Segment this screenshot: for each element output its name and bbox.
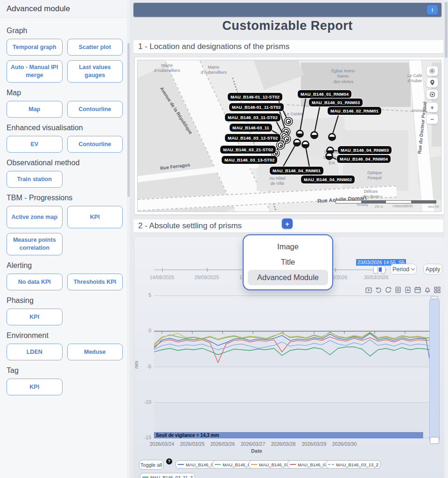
data-view-icon[interactable] bbox=[394, 286, 402, 294]
map-canvas[interactable]: Mairie d'Aubervilliers Mairie d'Aubervil… bbox=[137, 60, 441, 212]
target-marker[interactable] bbox=[296, 130, 304, 138]
timeline-date-label: 14/08/2025 bbox=[143, 274, 181, 280]
timeline-tick bbox=[335, 268, 336, 272]
sidebar-btn-meduse[interactable]: Meduse bbox=[67, 344, 123, 360]
sidebar-btn-no-data-kpi[interactable]: No data KPI bbox=[7, 274, 63, 290]
prism-marker[interactable] bbox=[284, 136, 289, 142]
menu-item-advanced-module[interactable]: Advanced Module bbox=[248, 270, 328, 285]
prism-label: MAU_B146_03_11-ST02 bbox=[225, 113, 280, 121]
y-axis-title: mm bbox=[134, 361, 139, 369]
prism-label: MAU_B146_03_13-ST02 bbox=[222, 156, 277, 164]
refresh-icon[interactable] bbox=[385, 286, 392, 294]
sidebar-section-graph: Graph bbox=[7, 27, 123, 35]
target-marker[interactable] bbox=[328, 133, 336, 141]
vertical-datazoom-top-handle[interactable] bbox=[431, 296, 438, 299]
target-marker[interactable] bbox=[310, 131, 318, 139]
sidebar-section-observational-method: Observational method bbox=[7, 159, 123, 167]
legend-help-badge[interactable]: ? bbox=[166, 458, 172, 464]
map-connector-lines bbox=[138, 60, 441, 212]
data-zoom-icon[interactable] bbox=[365, 286, 372, 294]
legend-chip-label: MAU_B146_03_21_Z bbox=[150, 475, 193, 478]
prism-marker[interactable] bbox=[286, 119, 291, 124]
sidebar-btn-temporal-graph[interactable]: Temporal graph bbox=[7, 39, 63, 56]
sidebar-btn-phasing-kpi[interactable]: KPI bbox=[7, 309, 63, 325]
prism-label: MAU_B146_01_RNM03 bbox=[309, 98, 363, 106]
y-tick-label: -5 bbox=[139, 364, 151, 369]
sidebar-btn-ev[interactable]: EV bbox=[7, 136, 63, 153]
menu-item-title[interactable]: Title bbox=[248, 254, 328, 270]
sidebar-section-environment: Environment bbox=[7, 331, 123, 340]
chevron-down-icon bbox=[411, 267, 415, 270]
target-marker[interactable] bbox=[293, 139, 301, 147]
prism-marker[interactable] bbox=[278, 142, 283, 148]
sidebar-scrollbar-thumb[interactable] bbox=[127, 43, 130, 197]
sidebar-btn-active-zone-map[interactable]: Active zone map bbox=[7, 206, 63, 228]
magic-grid-icon[interactable] bbox=[434, 286, 441, 294]
sidebar-btn-lden[interactable]: LDEN bbox=[7, 344, 63, 360]
chart-toolbar bbox=[365, 286, 441, 294]
target-marker[interactable] bbox=[301, 141, 309, 148]
sidebar-btn-auto-manual-ipi-merge[interactable]: Auto - Manual IPI merge bbox=[7, 60, 63, 83]
page-title: Customizable Report bbox=[133, 19, 441, 33]
prism-label: MAU_B146-01_11-ST02 bbox=[229, 103, 284, 111]
legend-chip[interactable]: MAU_B146_03_21_Z bbox=[140, 473, 195, 478]
y-tick-label: -10 bbox=[139, 399, 151, 405]
timeline-tick bbox=[207, 268, 208, 272]
page-scrollbar-thumb[interactable] bbox=[445, 2, 448, 58]
timeline-handle-left[interactable] bbox=[373, 266, 378, 274]
sidebar-btn-thresholds-kpi[interactable]: Thresholds KPI bbox=[67, 274, 123, 290]
period-select-label: Period bbox=[392, 266, 409, 273]
map-settings-button[interactable] bbox=[426, 66, 438, 76]
sidebar-btn-map[interactable]: Map bbox=[7, 101, 63, 118]
y-tick-label: 0 bbox=[139, 328, 151, 333]
menu-item-image[interactable]: Image bbox=[248, 239, 328, 254]
calendar-icon[interactable] bbox=[414, 286, 421, 294]
add-widget-button[interactable]: + bbox=[282, 218, 293, 229]
sidebar-btn-scatter-plot[interactable]: Scatter plot bbox=[67, 39, 123, 56]
prism-label: MAU_B146_02_RNM01 bbox=[328, 107, 381, 115]
prism-label: MAU_B146-01_12-ST02 bbox=[228, 93, 282, 101]
timeline-tick bbox=[162, 268, 163, 272]
page-scrollbar-track[interactable] bbox=[444, 0, 448, 478]
sidebar-btn-ev-contourline[interactable]: Contourline bbox=[67, 136, 123, 153]
series-swatch bbox=[142, 477, 148, 478]
map-center-button[interactable] bbox=[426, 89, 438, 99]
legend-chip[interactable]: MAU_B146_03_13_Z bbox=[326, 460, 381, 469]
prism-label: MAU_B146_03_21-ST02 bbox=[220, 146, 276, 154]
app-window: Advanced module Graph Temporal graph Sca… bbox=[0, 0, 448, 478]
vertical-datazoom-bottom-handle[interactable] bbox=[430, 437, 439, 444]
map-zoom-out-button[interactable]: − bbox=[426, 114, 438, 124]
timeline-date-label: 30/03/2026 bbox=[357, 274, 395, 280]
save-image-icon[interactable] bbox=[404, 286, 412, 294]
prism-label: MAU_B146_03_12-ST02 bbox=[225, 134, 280, 142]
threshold-label: Seuil de vigilance = 14,3 mm bbox=[156, 433, 219, 438]
sidebar-btn-measure-points-correlation[interactable]: Measure points correlation bbox=[7, 233, 63, 255]
sidebar-btn-contourline[interactable]: Contourline bbox=[67, 101, 123, 118]
period-select[interactable]: Period bbox=[390, 264, 417, 274]
sidebar-btn-tag-kpi[interactable]: KPI bbox=[7, 379, 63, 395]
alarm-bell-icon[interactable] bbox=[424, 286, 431, 294]
map-zoom-in-button[interactable]: + bbox=[426, 102, 438, 112]
prism-label: MAU_B146_04_RNM01 bbox=[270, 167, 323, 175]
section-2-title: 2 - Absolute settling of prisms bbox=[138, 221, 242, 231]
sidebar-btn-last-values-gauges[interactable]: Last values gauges bbox=[67, 60, 123, 83]
sidebar-btn-tbm-kpi[interactable]: KPI bbox=[67, 206, 123, 228]
sidebar: Advanced module Graph Temporal graph Sca… bbox=[0, 0, 131, 478]
sidebar-section-phasing: Phasing bbox=[7, 296, 123, 305]
sidebar-scrollbar-track[interactable] bbox=[127, 0, 130, 478]
restore-icon[interactable] bbox=[375, 286, 382, 294]
sidebar-section-tbm-progressions: TBM - Progressions bbox=[7, 194, 123, 202]
info-button[interactable]: i bbox=[427, 5, 438, 14]
sidebar-section-alerting: Alerting bbox=[7, 261, 123, 270]
top-bar: i bbox=[133, 3, 441, 17]
sidebar-btn-train-station[interactable]: Train station bbox=[7, 171, 63, 188]
vertical-datazoom-slider[interactable] bbox=[429, 297, 440, 443]
x-axis-title: Date bbox=[238, 448, 275, 454]
section-2-header: 2 - Absolute settling of prisms + bbox=[133, 219, 443, 232]
toggle-all-button[interactable]: Toggle all bbox=[139, 460, 163, 470]
apply-button[interactable]: Apply bbox=[423, 264, 442, 274]
chart-plot[interactable]: Seuil de vigilance = 14,3 mm bbox=[154, 295, 434, 438]
target-marker[interactable] bbox=[325, 152, 333, 160]
series-swatch bbox=[251, 464, 257, 465]
map-locate-button[interactable] bbox=[426, 77, 438, 88]
